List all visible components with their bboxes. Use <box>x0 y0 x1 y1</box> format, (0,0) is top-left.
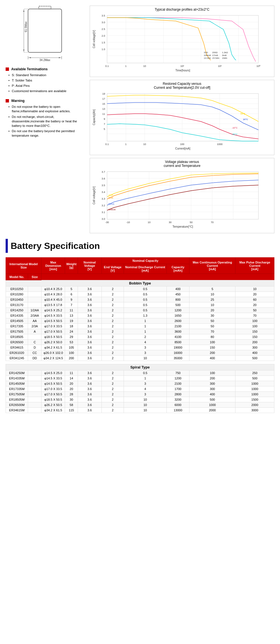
svg-text:19: 19 <box>102 92 105 95</box>
table-row: ER34615Mφ34.2 X 61.51153.621013000200030… <box>6 408 274 413</box>
table-row: ER17505Aφ17.0 X 50.5243.621360070150 <box>6 329 274 334</box>
spec-table: International Model Size Max Dimension [… <box>6 257 274 413</box>
svg-text:10: 10 <box>148 221 151 224</box>
svg-text:10³: 10³ <box>218 65 221 67</box>
svg-text:50: 50 <box>190 221 193 224</box>
spiral-type-label: Spiral Type <box>6 364 274 370</box>
svg-text:1: 1 <box>125 65 126 67</box>
terminations-section: Available Terminations S: Standard Termi… <box>6 67 84 93</box>
terminations-title: Available Terminations <box>6 67 84 71</box>
svg-text:1: 1 <box>125 143 126 146</box>
termination-item-4: Customized terminations are available <box>8 89 84 93</box>
svg-text:2mA: 2mA <box>108 194 113 196</box>
table-row: ER142501/2AAφ14.5 X 25.2113.620.51200205… <box>6 308 274 313</box>
left-panel: 61.5Max 34.2Max Available Terminations <box>6 6 84 233</box>
svg-text:70: 70 <box>211 221 214 224</box>
svg-marker-6 <box>23 50 24 51</box>
warning-item-2: Do not recharge, short-circuit, disassem… <box>8 115 84 128</box>
table-row: ER18505φ18.5 X 50.5293.622410080150 <box>6 334 274 340</box>
table-row: ER17505Mφ17.0 X 50.5283.62328004001000 <box>6 392 274 397</box>
svg-text:Capacity[Ah]: Capacity[Ah] <box>92 109 96 125</box>
table-row: ER26500Mφ26.2 X 50.5583.6210600010002000 <box>6 402 274 408</box>
svg-text:5mA: 5mA <box>108 197 113 199</box>
svg-text:50mA: 50mA <box>108 203 115 205</box>
svg-text:200Ω: 200Ω <box>212 51 217 54</box>
svg-text:Time[hours]: Time[hours] <box>175 69 190 72</box>
svg-text:3.2: 3.2 <box>101 204 105 207</box>
svg-text:10²: 10² <box>180 65 184 67</box>
th-max-pulse: Max Pulse Discharge Current [mA] <box>235 258 274 274</box>
table-row: ER173352/3Aφ17.0 X 33.5183.621210050100 <box>6 324 274 329</box>
table-row: ER261020CCφ26.0 X 102.01003.623160002004… <box>6 350 274 356</box>
spec-table-wrapper: International Model Size Max Dimension [… <box>6 257 274 413</box>
warning-title: Warning <box>6 99 84 103</box>
svg-text:-30°C: -30°C <box>232 133 238 136</box>
terminations-heading: Available Terminations <box>11 67 48 71</box>
svg-text:1.5: 1.5 <box>101 41 105 44</box>
battery-diagram: 61.5Max 34.2Max <box>6 6 84 62</box>
chart3-title: Voltage plateau versuscurrent and Temper… <box>92 160 272 168</box>
th-model-no: Model No. <box>6 274 28 280</box>
th-model-size: International Model Size <box>6 258 41 274</box>
svg-marker-12 <box>59 57 61 58</box>
th-nom-capacity: Nominal Capacity <box>101 258 189 264</box>
top-section: 61.5Max 34.2Max Available Terminations <box>6 6 274 233</box>
warning-heading: Warning <box>11 99 25 103</box>
svg-text:1000: 1000 <box>217 143 223 146</box>
svg-text:7: 7 <box>104 123 105 125</box>
svg-text:Cell voltage[V]: Cell voltage[V] <box>92 186 96 205</box>
svg-text:3.4: 3.4 <box>101 191 105 193</box>
bobbin-type-label: Bobbin Type <box>6 280 274 286</box>
svg-text:100mA: 100mA <box>108 208 116 211</box>
table-row: ER17335Mφ17.0 X 33.5203.62417003001000 <box>6 386 274 392</box>
svg-text:0.1: 0.1 <box>105 65 109 67</box>
svg-text:3.6: 3.6 <box>101 177 105 180</box>
table-row: ER18505Mφ18.5 X 50.5303.621032005001500 <box>6 397 274 402</box>
svg-text:10: 10 <box>143 65 146 67</box>
table-row: ER34615Dφ34.2 X 61.51053.62319000150300 <box>6 345 274 350</box>
svg-text:-30: -30 <box>105 221 109 224</box>
spec-section: Battery Specification International Mode… <box>6 239 274 413</box>
right-panel: Typical discharge profiles at+23±2°C <box>90 6 274 233</box>
th-weight: Weight [g] <box>65 258 78 274</box>
svg-text:-10: -10 <box>126 221 130 224</box>
svg-text:0.1: 0.1 <box>105 143 109 146</box>
svg-rect-1 <box>28 9 62 52</box>
table-row: ER14335Mφ14.5 X 33.5143.6211200200500 <box>6 376 274 381</box>
svg-text:13: 13 <box>102 108 105 110</box>
warning-list: Do not expose the battery to open flame,… <box>6 104 84 138</box>
svg-text:Cell voltage[V]: Cell voltage[V] <box>92 30 96 48</box>
svg-text:2.5: 2.5 <box>101 28 105 31</box>
warning-section: Warning Do not expose the battery to ope… <box>6 99 84 138</box>
svg-text:3.7: 3.7 <box>101 171 105 173</box>
table-row: ER341245DDφ34.2 X 124.52003.621035000400… <box>6 356 274 361</box>
th-max-dim: Max Dimension [mm] <box>41 258 65 274</box>
svg-text:15.5Ah: 15.5Ah <box>212 57 219 59</box>
svg-text:30: 30 <box>169 221 172 224</box>
spec-header: Battery Specification <box>6 239 274 253</box>
svg-text:11: 11 <box>102 113 105 115</box>
svg-text:3.5: 3.5 <box>101 14 105 17</box>
svg-text:Current[mA]: Current[mA] <box>175 147 190 150</box>
table-row: ER10280φ10.4 X 28.063.620.54501020 <box>6 292 274 297</box>
table-row: ER14505AAφ14.5 X 50.5193.621260050100 <box>6 318 274 324</box>
red-square-icon <box>6 67 9 71</box>
svg-text:1.0: 1.0 <box>101 48 105 51</box>
spec-header-title: Battery Specification <box>11 241 100 251</box>
svg-text:3.1: 3.1 <box>101 211 105 214</box>
warning-item-3: Do not use the battery beyond the permit… <box>8 129 84 138</box>
svg-text:13.5Ah: 13.5Ah <box>204 57 211 59</box>
chart1-title: Typical discharge profiles at+23±2°C <box>92 8 272 11</box>
chart3-svg: 3.7 3.6 3.5 3.4 3.3 3.2 3.1 3.0 -30 -10 … <box>92 169 265 230</box>
table-row: ER143352/3AAφ14.5 X 33.5133.621.31650307… <box>6 313 274 318</box>
svg-text:20°C: 20°C <box>243 118 248 121</box>
termination-item-1: S: Standard Termination <box>8 73 84 77</box>
svg-text:3.3: 3.3 <box>101 197 105 200</box>
chart2-title: Restored Capacity versusCurrent and Temp… <box>92 82 272 90</box>
svg-text:9: 9 <box>104 118 105 120</box>
svg-text:34.2Max: 34.2Max <box>40 59 50 62</box>
svg-text:2.0: 2.0 <box>101 34 105 37</box>
chart1-box: Typical discharge profiles at+23±2°C <box>90 6 274 77</box>
svg-text:5: 5 <box>104 128 105 130</box>
svg-text:15: 15 <box>102 102 105 105</box>
